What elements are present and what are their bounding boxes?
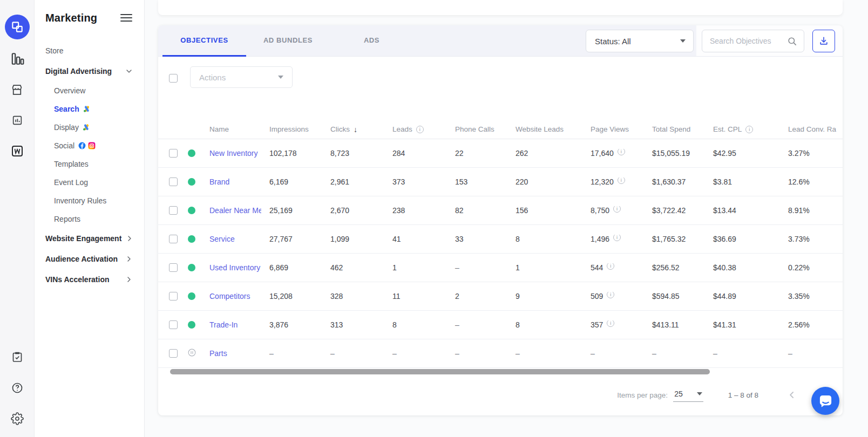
horizontal-scrollbar-thumb[interactable] xyxy=(170,369,710,374)
column-header-name: Name xyxy=(201,125,261,133)
tab-ads[interactable]: ADS xyxy=(330,25,413,57)
column-header-leads: Leadsi xyxy=(384,125,447,133)
info-icon[interactable]: i xyxy=(607,263,614,270)
bar-chart-icon[interactable] xyxy=(10,51,25,66)
sidebar-item-audience-activation[interactable]: Audience Activation xyxy=(35,249,144,269)
cell-value: 12.6% xyxy=(788,177,810,186)
google-ads-icon xyxy=(83,105,91,113)
objective-name-link[interactable]: Service xyxy=(209,235,235,243)
row-checkbox[interactable] xyxy=(169,206,178,215)
row-checkbox[interactable] xyxy=(169,263,178,272)
sidebar-item-label: Overview xyxy=(54,86,85,95)
cell-value: 1 xyxy=(516,263,520,272)
w-badge-icon[interactable] xyxy=(10,144,25,159)
sidebar-item-website-engagement[interactable]: Website Engagement xyxy=(35,228,144,249)
row-cell: $40.38 xyxy=(705,263,780,272)
status-filter-select[interactable]: Status: All xyxy=(586,30,694,52)
info-icon[interactable]: i xyxy=(416,126,424,133)
cell-value: 1 xyxy=(392,263,397,272)
row-checkbox[interactable] xyxy=(169,235,178,243)
row-checkbox[interactable] xyxy=(169,320,178,329)
download-button[interactable] xyxy=(812,30,835,52)
sidebar-item-search[interactable]: Search xyxy=(35,100,144,118)
column-header-label: Impressions xyxy=(269,125,309,133)
actions-dropdown[interactable]: Actions xyxy=(190,66,293,88)
info-icon[interactable]: i xyxy=(618,149,625,155)
sidebar-item-label: Display xyxy=(54,123,79,132)
caret-down-icon xyxy=(278,76,283,79)
sidebar-item-social[interactable]: Social xyxy=(35,136,144,155)
sidebar-item-display[interactable]: Display xyxy=(35,118,144,136)
chat-launcher-button[interactable] xyxy=(811,387,839,415)
sort-desc-icon[interactable]: ↓ xyxy=(354,125,357,134)
facebook-icon xyxy=(78,142,86,149)
row-name-cell: Parts xyxy=(201,349,261,358)
help-icon[interactable] xyxy=(10,380,25,395)
row-cell: 12.6% xyxy=(780,177,843,186)
sidebar-item-label: Event Log xyxy=(54,178,88,187)
sidebar-item-digital-advertising[interactable]: Digital Advertising xyxy=(35,61,144,81)
column-header-clicks[interactable]: Clicks↓ xyxy=(322,125,384,134)
previous-page-button[interactable] xyxy=(786,390,797,400)
row-checkbox[interactable] xyxy=(169,349,178,358)
sidebar-item-templates[interactable]: Templates xyxy=(35,155,144,173)
chart-report-icon[interactable] xyxy=(10,113,25,128)
info-icon[interactable]: i xyxy=(607,320,614,327)
objective-name-link[interactable]: Parts xyxy=(209,349,227,358)
row-cell: 1 xyxy=(384,263,447,272)
row-cell: 328 xyxy=(322,292,384,301)
row-cell: – xyxy=(384,349,447,358)
row-cell: 262 xyxy=(507,149,582,158)
objective-name-link[interactable]: Competitors xyxy=(209,292,250,301)
sidebar-item-overview[interactable]: Overview xyxy=(35,81,144,100)
cell-value: 1,496 xyxy=(591,235,609,243)
info-icon[interactable]: i xyxy=(607,292,614,298)
row-cell: $1,765.32 xyxy=(644,235,705,243)
row-checkbox[interactable] xyxy=(169,177,178,186)
row-checkbox-cell xyxy=(158,206,182,215)
objective-name-link[interactable]: Used Inventory xyxy=(209,263,260,272)
tab-objectives[interactable]: OBJECTIVES xyxy=(162,25,246,57)
row-cell: 8,750i xyxy=(582,206,644,215)
items-per-page-select[interactable]: 25 xyxy=(673,388,703,402)
row-cell: 238 xyxy=(384,206,447,215)
clipboard-check-icon[interactable] xyxy=(10,350,25,365)
info-icon[interactable]: i xyxy=(618,177,625,184)
cell-value: $40.38 xyxy=(713,263,736,272)
sidebar-item-inventory-rules[interactable]: Inventory Rules xyxy=(35,192,144,210)
tab-ad-bundles[interactable]: AD BUNDLES xyxy=(246,25,330,57)
paginator: Items per page: 25 1 – 8 of 8 xyxy=(617,385,797,405)
app-logo[interactable] xyxy=(5,15,30,39)
row-cell: 2 xyxy=(447,292,507,301)
sidebar-item-vins-acceleration[interactable]: VINs Acceleration xyxy=(35,269,144,290)
hamburger-menu-icon[interactable] xyxy=(120,10,132,26)
sidebar-item-label: Store xyxy=(45,46,63,55)
objective-name-link[interactable]: Dealer Near Me xyxy=(209,206,261,215)
sidebar-nav: StoreDigital AdvertisingOverviewSearchDi… xyxy=(35,40,144,290)
objective-name-link[interactable]: New Inventory xyxy=(209,149,257,158)
search-input[interactable] xyxy=(710,37,787,45)
storefront-icon[interactable] xyxy=(10,82,25,97)
info-icon[interactable]: i xyxy=(613,235,621,241)
sidebar-item-reports[interactable]: Reports xyxy=(35,210,144,228)
sidebar: Marketing StoreDigital AdvertisingOvervi… xyxy=(35,0,145,437)
info-icon[interactable]: i xyxy=(613,206,621,213)
status-active-icon xyxy=(188,321,195,329)
info-icon[interactable]: i xyxy=(745,126,753,133)
objective-name-link[interactable]: Brand xyxy=(209,177,229,186)
sidebar-item-store[interactable]: Store xyxy=(35,40,144,61)
column-header-label: Total Spend xyxy=(652,125,690,133)
cell-value: $1,765.32 xyxy=(652,235,686,243)
row-checkbox[interactable] xyxy=(169,292,178,301)
cell-value: – xyxy=(269,349,274,358)
download-icon xyxy=(818,36,829,46)
sidebar-item-event-log[interactable]: Event Log xyxy=(35,173,144,192)
objective-name-link[interactable]: Trade-In xyxy=(209,320,238,329)
row-checkbox-cell xyxy=(158,349,182,358)
select-all-checkbox[interactable] xyxy=(169,74,178,83)
settings-gear-icon[interactable] xyxy=(10,411,25,426)
cell-value: 33 xyxy=(455,235,464,243)
row-status-cell xyxy=(182,292,201,300)
caret-down-icon xyxy=(697,392,702,395)
row-checkbox[interactable] xyxy=(169,149,178,158)
